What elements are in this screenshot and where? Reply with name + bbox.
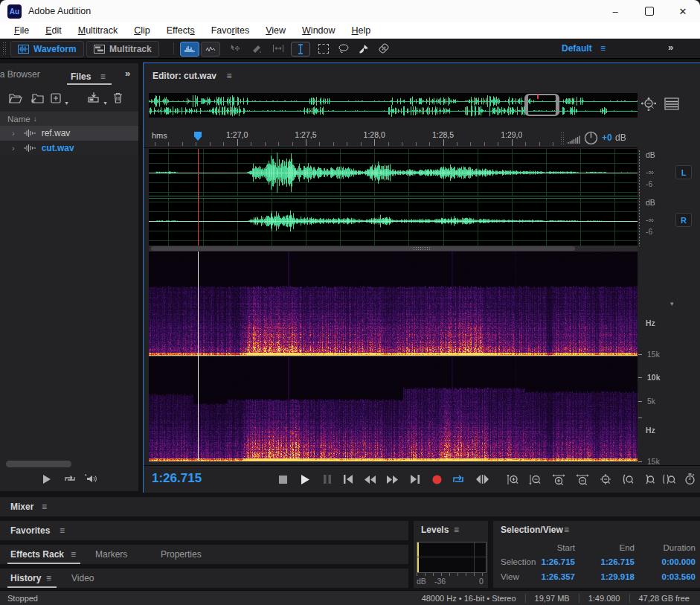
preview-play-button[interactable] [42,474,51,487]
editor-horizontal-scrollbar[interactable] [151,246,575,251]
minimize-button[interactable]: – [598,0,632,22]
playhead-time-display[interactable]: 1:26.715 [152,471,202,486]
move-tool[interactable] [226,42,244,55]
waveform-display[interactable] [149,149,638,246]
mixer-panel-menu-icon[interactable]: ≡ [42,502,47,512]
menu-file[interactable]: File [6,25,37,36]
loop-playback-button[interactable] [450,473,466,485]
menu-window[interactable]: Window [294,25,343,36]
menu-clip[interactable]: Clip [126,25,158,36]
tab-effects-rack[interactable]: Effects Rack [10,549,64,560]
files-horizontal-scrollbar[interactable] [6,461,71,467]
preview-loop-button[interactable] [64,473,76,487]
expand-chevron-icon[interactable]: › [12,129,15,138]
zoom-to-selection-button[interactable] [661,473,677,485]
spectral-display-right[interactable] [149,357,638,461]
spot-healing-brush-tool[interactable] [375,42,393,55]
go-to-end-button[interactable] [407,473,423,485]
zoom-out-time-button[interactable] [574,473,591,485]
fast-forward-button[interactable] [384,473,400,485]
delete-file-button[interactable] [113,92,123,106]
files-name-column-header[interactable]: Name ↓ [0,112,138,126]
zoom-in-time-button[interactable] [550,473,567,485]
selection-view-tab[interactable]: Selection/View [501,525,563,535]
marquee-selection-tool[interactable] [315,42,333,55]
paintbrush-tool[interactable] [355,42,373,55]
gain-value[interactable]: +0 [602,132,612,143]
levels-menu-icon[interactable]: ≡ [454,525,459,535]
menu-multitrack[interactable]: Multitrack [70,25,126,36]
play-button[interactable] [297,473,313,485]
import-file-button[interactable] [30,93,44,106]
stop-button[interactable] [274,473,291,485]
selection-duration-value[interactable]: 0:00.000 [642,557,696,566]
slip-tool[interactable] [269,42,287,55]
history-menu-icon[interactable]: ≡ [46,573,51,583]
file-row-ref[interactable]: › ref.wav [0,126,138,141]
favorites-panel-menu-icon[interactable]: ≡ [60,525,65,536]
tab-markers[interactable]: Markers [95,549,127,560]
expand-chevron-icon[interactable]: › [12,144,15,153]
spectral-display-left[interactable] [149,252,638,356]
open-file-button[interactable] [9,93,22,106]
collapse-arrow-icon[interactable]: ▾ [670,300,674,307]
favorites-tab[interactable]: Favorites [10,525,50,536]
view-start-value[interactable]: 1:26.357 [527,572,575,581]
skip-selection-button[interactable] [474,473,490,485]
tab-media-browser[interactable]: ia Browser [0,69,40,80]
channel-right-button[interactable]: R [675,213,692,227]
waveform-mode-button[interactable]: Waveform [10,41,84,57]
display-layout-button[interactable] [664,97,679,113]
toolbar-overflow-button[interactable]: » [668,42,673,53]
record-button[interactable] [428,473,445,485]
toolbar-grip[interactable] [2,42,6,55]
gain-knob[interactable] [584,131,598,148]
tab-files[interactable]: Files ≡ [71,69,106,83]
file-row-cut[interactable]: › cut.wav [0,141,138,156]
preview-autoplay-button[interactable] [83,473,97,487]
close-button[interactable]: ✕ [666,0,700,22]
razor-tool[interactable] [248,42,266,55]
zoom-to-in-point-button[interactable] [620,473,636,485]
insert-into-multitrack-button[interactable]: ▾ [88,92,106,106]
menu-favorites[interactable]: Favorites [203,25,257,36]
files-panel-overflow[interactable]: » [125,68,130,79]
pause-button[interactable] [319,473,335,485]
channel-left-button[interactable]: L [675,165,692,179]
zoom-reset-button[interactable] [597,473,614,485]
waveform-spectral-splitter[interactable] [149,246,638,252]
menu-effects[interactable]: Effects [158,25,203,36]
overview-strip[interactable] [149,93,638,118]
menu-edit[interactable]: Edit [37,25,70,36]
selection-start-value[interactable]: 1:26.715 [527,557,575,566]
view-duration-value[interactable]: 0:03.560 [642,572,696,581]
selection-view-menu-icon[interactable]: ≡ [564,525,569,535]
playhead-marker[interactable] [194,132,202,141]
maximize-button[interactable] [632,0,667,22]
time-selection-tool[interactable] [291,42,310,57]
timeline-ruler[interactable]: hms 1:27,01:27,51:28,01:28,51:29,0 +0 dB [144,129,700,148]
mixer-tab[interactable]: Mixer [10,502,33,512]
ruler-controls-grip[interactable] [560,132,564,144]
view-range-handle[interactable] [524,94,559,116]
zoom-full-button[interactable] [640,97,657,115]
editor-tab[interactable]: Editor: cut.wav ≡ [152,68,231,82]
waveform-view-toggle[interactable] [180,42,199,57]
menu-help[interactable]: Help [344,25,379,36]
levels-tab[interactable]: Levels [421,525,449,535]
zoom-out-amplitude-button[interactable] [527,473,543,485]
workspace-selector[interactable]: Default ≡ [562,43,606,54]
multitrack-mode-button[interactable]: Multitrack [86,41,159,57]
spectral-view-toggle[interactable] [201,42,220,57]
zoom-to-out-point-button[interactable] [640,473,657,485]
selection-end-value[interactable]: 1:26.715 [586,557,635,566]
tab-history[interactable]: History [10,573,41,583]
effects-rack-menu-icon[interactable]: ≡ [71,549,76,560]
view-end-value[interactable]: 1:29.918 [586,572,635,581]
zoom-timer-button[interactable] [681,473,698,485]
lasso-selection-tool[interactable] [335,42,353,55]
menu-view[interactable]: View [257,25,294,36]
new-content-button[interactable]: ▾ [51,93,68,106]
zoom-in-amplitude-button[interactable] [504,473,521,485]
tab-properties[interactable]: Properties [161,549,202,560]
